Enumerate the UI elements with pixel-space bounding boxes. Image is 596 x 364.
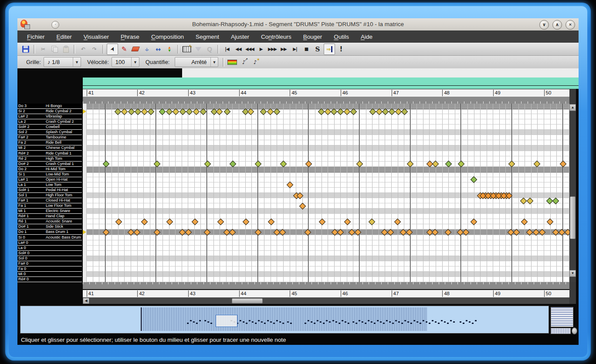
play-button[interactable]: ▶ [256, 44, 266, 54]
quantize-button[interactable]: Q [204, 44, 215, 54]
drum-row-label[interactable]: Do 1Bass Drum 1 [17, 229, 82, 235]
drum-row-label[interactable]: Ré# 1Hand Clap [17, 214, 82, 219]
minimize-button[interactable]: ∨ [539, 20, 549, 30]
forward-to-end-button[interactable]: ▶| [290, 44, 300, 54]
resize-tool-button[interactable]: ↔ [153, 44, 163, 54]
drum-row-label[interactable]: Sol# 0 [17, 251, 82, 256]
scroll-left-button[interactable]: ◀ [83, 298, 89, 304]
drum-row-label[interactable]: Mi 2Chinese Cymbal [17, 145, 82, 151]
drum-row-label[interactable]: Fa 2Ride Bell [17, 140, 82, 145]
menu-segment[interactable]: Segment [196, 34, 219, 40]
insert-note-star-button[interactable]: ♪ [250, 57, 260, 67]
drum-row-label[interactable]: Ré 1Acoustic Snare [17, 219, 82, 224]
grid-combo[interactable]: ♪ 1/8 ▼ [44, 57, 81, 67]
panner-zoom-bar[interactable] [551, 328, 571, 334]
drum-row-label[interactable]: La# 1Open Hi-Hat [17, 177, 82, 182]
menu-phrase[interactable]: Phrase [121, 34, 139, 40]
menu-aide[interactable]: Aide [361, 34, 372, 40]
drum-row-label[interactable]: Ré# 0 [17, 277, 82, 282]
drum-row-label[interactable]: La 0 [17, 246, 82, 251]
drum-row-label[interactable]: Fa# 0 [17, 261, 82, 266]
save-button[interactable] [20, 44, 31, 54]
move-tool-button[interactable]: ↔↕ [142, 44, 152, 54]
drum-row-label[interactable]: Mi 0 [17, 272, 82, 277]
drum-row-label[interactable]: Fa# 1Closed Hi-Hat [17, 198, 82, 203]
beat-tick-ruler-bottom[interactable] [83, 282, 569, 289]
drum-row-label[interactable]: Ré# 2Ride Cymbal 1 [17, 151, 82, 156]
bar-number-ruler-bottom[interactable]: 41424344454647484950 [83, 290, 569, 298]
vertical-scrollbar[interactable]: ▲▼ [569, 104, 576, 282]
drum-row-label[interactable]: La# 2Vibraslap [17, 114, 82, 119]
panner-zoom-knob[interactable] [572, 327, 577, 334]
vertical-scroll-thumb[interactable] [570, 196, 576, 239]
chord-name-ruler[interactable] [83, 78, 579, 89]
cut-button[interactable]: ✂ [38, 44, 48, 54]
velocity-tool-button[interactable]: ▲▼ [164, 44, 175, 54]
drum-row-label[interactable]: Si 1Low-Mid Tom [17, 172, 82, 177]
drum-row-label[interactable]: Sol# 2Cowbell [17, 125, 82, 130]
drum-row-label[interactable]: Sol 2Splash Cymbal [17, 130, 82, 135]
beat-tick-ruler-top[interactable] [83, 97, 569, 104]
drum-row-label[interactable]: Sol 1High Floor Tom [17, 193, 82, 198]
horizontal-scrollbar[interactable]: ◀▶ [83, 298, 576, 304]
interpret-note-button[interactable]: ♪ [238, 57, 249, 67]
menu-bouger[interactable]: Bouger [303, 34, 322, 40]
drum-row-label[interactable]: Sol# 1Pedal Hi-Hat [17, 188, 82, 193]
resize-tool-button-icon: ↔ [156, 46, 161, 53]
forward-button[interactable]: ▶▶ [278, 44, 289, 54]
menu-editer[interactable]: Editer [57, 34, 72, 40]
step-recording-button[interactable] [182, 44, 192, 54]
undo-button[interactable]: ↶ [78, 44, 88, 54]
solo-button[interactable]: S [312, 44, 323, 54]
drum-row-label[interactable]: Mi 1Electric Snare [17, 209, 82, 214]
panic-button[interactable]: ! [336, 44, 346, 54]
drum-row-label[interactable]: Do# 1Side Stick [17, 224, 82, 229]
scroll-up-button[interactable]: ▲ [569, 104, 576, 111]
panorama-view-indicator[interactable] [216, 315, 237, 327]
rewind-button[interactable]: ◀◀ [233, 44, 244, 54]
titlebar[interactable]: ◦ Bohemian-Rhapsody-1.mid - Segment "DRU… [17, 18, 579, 30]
drum-row-label[interactable]: Sol 0 [17, 256, 82, 261]
segment-panorama[interactable] [20, 306, 549, 334]
rewind-fast-button[interactable]: ◀◀◀ [244, 44, 255, 54]
velocity-combo[interactable]: 100 ▼ [112, 57, 139, 67]
draw-tool-button[interactable]: ✎ [119, 44, 129, 54]
drum-row-label[interactable]: Fa 1Low Floor Tom [17, 203, 82, 209]
rewind-to-start-button[interactable]: |◀ [222, 44, 232, 54]
select-tool-button[interactable]: ➤ [107, 44, 118, 55]
scroll-down-button[interactable]: ▼ [569, 270, 576, 277]
erase-tool-button[interactable] [130, 44, 141, 54]
redo-button[interactable]: ↷ [89, 44, 100, 54]
filter-button[interactable] [193, 44, 203, 54]
follow-playback-button[interactable]: ⇒ [324, 44, 335, 55]
drum-row-label[interactable]: La 2Crash Cymbal 2 [17, 119, 82, 125]
drum-row-label[interactable]: Si 2Ride Cymbal 2 [17, 109, 82, 114]
close-button[interactable]: × [566, 20, 575, 30]
drum-row-label[interactable]: La 1Low Tom [17, 182, 82, 188]
menu-fichier[interactable]: Fichier [27, 34, 45, 40]
forward-fast-button[interactable]: ▶▶▶ [267, 44, 278, 54]
copy-button[interactable] [49, 44, 60, 54]
drum-row-label[interactable]: Si 0Acoustic Bass Drum [17, 235, 82, 240]
menu-composition[interactable]: Composition [151, 34, 184, 40]
menu-visualiser[interactable]: Visualiser [84, 34, 109, 40]
horizontal-scroll-thumb[interactable] [232, 298, 263, 303]
stop-button[interactable]: ■ [301, 44, 312, 54]
quantize-combo[interactable]: Arrêté ▼ [175, 57, 218, 67]
menu-outils[interactable]: Outils [334, 34, 349, 40]
drum-row-label[interactable]: Do 3Hi Bongo [17, 104, 82, 109]
maximize-button[interactable]: ∧ [552, 20, 562, 30]
menu-controleurs[interactable]: Contrôleurs [261, 34, 291, 40]
velocity-colour-ruler-button[interactable] [227, 57, 237, 67]
drum-row-label[interactable]: Do# 2Crash Cymbal 1 [17, 162, 82, 167]
drum-row-label[interactable]: Ré 2High Tom [17, 156, 82, 162]
menu-ajuster[interactable]: Ajuster [231, 34, 249, 40]
paste-button[interactable] [61, 44, 71, 54]
drum-row-label[interactable]: La# 0 [17, 240, 82, 246]
drum-row-label[interactable]: Fa# 2Tambourine [17, 135, 82, 140]
drum-row-label[interactable]: Fa 0 [17, 266, 82, 272]
panner-zoom-slider[interactable] [551, 307, 573, 327]
matrix-note-grid[interactable] [86, 104, 569, 282]
drum-row-label[interactable]: Do 2Hi-Mid Tom [17, 167, 82, 172]
bar-number-ruler-top[interactable]: 41424344454647484950 [83, 89, 569, 97]
